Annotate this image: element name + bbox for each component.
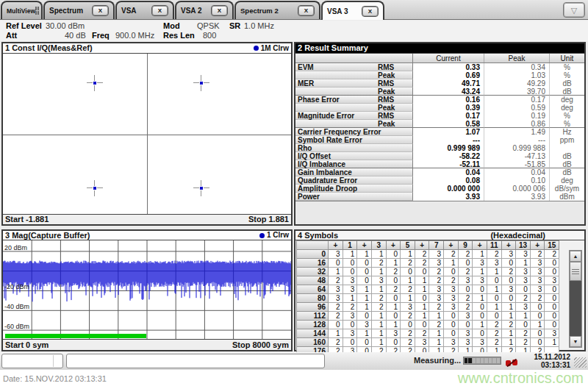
scroll-down-icon[interactable]: ▼ xyxy=(570,336,581,347)
symbols-row-offset: 64 xyxy=(296,285,329,294)
symbols-scrollbar[interactable]: ▲ ▼ xyxy=(569,250,582,348)
res-len-value: 800 xyxy=(203,31,216,40)
result-summary-titlebar[interactable]: 2 Result Summary xyxy=(295,43,584,54)
symbols-row-offset: 0 xyxy=(296,250,329,259)
mag-capture-titlebar[interactable]: 3 Mag(Capture Buffer) 1 Clrw xyxy=(3,231,291,240)
result-label-cell: Magnitude ErrorRMS xyxy=(295,112,413,120)
att-value: 40 dB xyxy=(65,31,86,40)
result-current-value: --- xyxy=(413,136,484,144)
tab-vsa-3[interactable]: VSA 3 X xyxy=(321,1,384,20)
symbols-row-offset: 112 xyxy=(296,312,329,321)
tab-vsa-2[interactable]: VSA 2 X xyxy=(175,1,234,19)
symbol-value: 0 xyxy=(545,259,559,268)
result-current-value: 0.39 xyxy=(413,104,484,112)
symbols-column-header: 1 xyxy=(343,240,358,250)
symbol-value: 2 xyxy=(401,329,415,338)
symbols-row-offset: 80 xyxy=(296,294,329,303)
grid-icon xyxy=(35,7,39,15)
close-icon[interactable]: X xyxy=(211,5,228,16)
close-icon[interactable]: X xyxy=(151,5,168,16)
symbol-value: 3 xyxy=(329,285,343,294)
symbol-value: 1 xyxy=(401,276,415,285)
ref-level-label: Ref Level xyxy=(6,21,42,30)
symbols-titlebar[interactable]: 4 Symbols (Hexadecimal) xyxy=(295,231,584,240)
y-axis-label: -40 dBm xyxy=(4,303,29,310)
close-icon[interactable]: X xyxy=(92,5,109,16)
symbol-value: 2 xyxy=(531,250,545,259)
trace-legend: 1 Clrw xyxy=(259,231,289,240)
result-unit-value: deg xyxy=(549,176,584,185)
result-peak-value: 1.49 xyxy=(484,128,549,136)
symbol-value: 3 xyxy=(372,276,387,285)
symbol-value: 0 xyxy=(343,268,358,276)
datetime-display: 15.11.2012 03:13:31 xyxy=(534,353,571,369)
symbols-column-header: 7 xyxy=(429,240,444,250)
symbols-row-offset: 128 xyxy=(296,321,329,329)
symbols-column-header: + xyxy=(357,240,372,250)
tab-vsa[interactable]: VSA X xyxy=(115,1,174,19)
constellation-point xyxy=(193,75,209,91)
tab-label: VSA xyxy=(121,7,137,15)
result-row: Power3.933.93dBm xyxy=(295,193,584,201)
symbol-value: 1 xyxy=(516,312,531,321)
symbol-value: 1 xyxy=(502,329,517,338)
symbol-value: 1 xyxy=(473,294,487,303)
symbols-column-header: + xyxy=(531,240,545,250)
symbols-column-header: 5 xyxy=(401,240,415,250)
symbols-format-label: (Hexadecimal) xyxy=(490,231,545,240)
symbol-value: 1 xyxy=(545,338,559,347)
symbol-value: 0 xyxy=(329,259,343,268)
symbols-row: 643311221330013030 xyxy=(296,285,559,294)
symbol-value: 2 xyxy=(372,294,387,303)
symbols-window: 4 Symbols (Hexadecimal) +1+3+5+7+9+11+13… xyxy=(294,229,586,351)
symbol-value: 1 xyxy=(372,285,387,294)
symbols-column-header: + xyxy=(329,240,343,250)
result-table-header: Current Peak Unit xyxy=(295,54,584,63)
symbol-value: 2 xyxy=(429,321,444,329)
symbol-value: 0 xyxy=(545,285,559,294)
resize-grip-icon[interactable] xyxy=(574,357,587,368)
symbol-value: 0 xyxy=(329,321,343,329)
symbol-value: 1 xyxy=(415,285,430,294)
symbol-value: 1 xyxy=(357,285,372,294)
symbol-value: 1 xyxy=(502,338,517,347)
result-unit-value: dB xyxy=(549,79,584,87)
result-unit-value: dB xyxy=(549,87,584,96)
symbol-value: 1 xyxy=(372,312,387,321)
close-icon[interactable]: X xyxy=(362,6,379,17)
symbol-value: 1 xyxy=(357,250,372,259)
constellation-point xyxy=(87,180,103,196)
result-unit-value: deg xyxy=(549,104,584,112)
tab-multiview[interactable]: MultiView xyxy=(1,1,43,19)
result-label-cell: EVMRMS xyxy=(295,63,413,71)
symbols-row: 1441311322103021203 xyxy=(296,329,559,338)
result-row: Peak43.2439.70dB xyxy=(295,87,584,96)
result-unit-value: % xyxy=(549,71,584,79)
symbol-value: 0 xyxy=(473,329,487,338)
column-header-current: Current xyxy=(413,54,484,62)
scroll-up-icon[interactable]: ▲ xyxy=(570,251,581,262)
symbol-value: 1 xyxy=(329,268,343,276)
symbol-value: 2 xyxy=(459,303,473,312)
result-current-value: 49.71 xyxy=(413,79,484,87)
tab-spectrum[interactable]: Spectrum X xyxy=(43,1,115,19)
result-current-value: 0.999 989 xyxy=(413,144,484,152)
chevron-down-icon[interactable]: ▽ xyxy=(563,2,585,18)
symbol-value: 3 xyxy=(531,276,545,285)
symbols-table: +1+3+5+7+9+11+13+15 03111012322123322160… xyxy=(296,240,559,349)
symbol-value: 0 xyxy=(545,303,559,312)
status-bar: Measuring... 15.11.2012 03:13:31 xyxy=(0,352,588,370)
scroll-thumb[interactable] xyxy=(570,262,581,281)
tab-spectrum-2[interactable]: Spectrum 2 X xyxy=(234,1,320,19)
symbols-column-header: + xyxy=(415,240,430,250)
close-icon[interactable]: X xyxy=(298,5,315,16)
symbol-value: 2 xyxy=(531,294,545,303)
result-peak-value: 0.86 xyxy=(484,120,549,128)
symbol-value: 2 xyxy=(487,329,502,338)
symbol-value: 2 xyxy=(401,312,415,321)
constellation-window-titlebar[interactable]: 1 Const I/Q(Meas&Ref) 1M Clrw xyxy=(3,43,291,54)
tab-bar: MultiView Spectrum X VSA X VSA 2 X Spect… xyxy=(0,0,588,20)
symbol-value: 0 xyxy=(444,329,459,338)
symbols-row-offset: 32 xyxy=(296,268,329,276)
status-time: 03:13:31 xyxy=(534,361,571,369)
